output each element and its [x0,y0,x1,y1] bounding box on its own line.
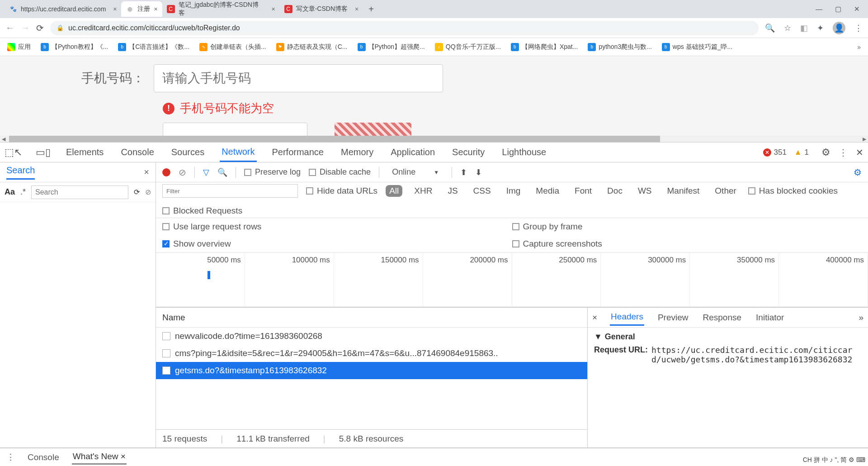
minimize-icon[interactable]: — [816,5,822,13]
inspect-icon[interactable]: ⬚↖ [5,147,22,158]
close-window-icon[interactable]: ✕ [854,5,860,13]
general-section[interactable]: ▼General [594,332,862,342]
drawer-tab-whatsnew[interactable]: What's New × [72,450,127,465]
tab-response[interactable]: Response [702,310,743,325]
filter-icon[interactable]: ▽ [203,167,209,177]
devtools-close-icon[interactable]: ✕ [856,147,863,158]
error-count-badge[interactable]: ✕351 ▲1 [759,147,813,158]
request-row[interactable]: newvalicode.do?time=1613983600268 [156,328,587,345]
close-icon[interactable]: × [113,5,117,13]
close-icon[interactable]: × [592,313,597,323]
bookmark-item[interactable]: bwps 基础技巧篇_哔... [662,43,732,51]
tab-application[interactable]: Application [389,143,437,161]
bookmark-item[interactable]: ⚑静态链表及实现（C... [276,43,348,51]
ime-status-bar[interactable]: CH 拼 中 ♪ ", 简 ⚙ ⌨ [803,456,865,464]
tab-initiator[interactable]: Initiator [755,310,785,325]
phone-input[interactable] [154,64,443,92]
download-icon[interactable]: ⬇ [475,167,482,177]
clear-icon[interactable]: ⊘ [179,167,186,178]
star-icon[interactable]: ☆ [784,23,791,33]
tab-network[interactable]: Network [220,143,256,162]
large-rows-checkbox[interactable]: Use large request rows [162,222,512,232]
scroll-right-icon[interactable]: ▶ [861,136,868,142]
overflow-icon[interactable]: » [859,313,863,323]
throttling-select[interactable]: Online▼ [387,167,443,177]
show-overview-checkbox[interactable]: Show overview [162,239,512,249]
bookmark-item[interactable]: b【Python教程】《... [41,43,108,51]
kebab-icon[interactable]: ⋮ [839,147,848,158]
blocked-requests-checkbox[interactable]: Blocked Requests [162,206,862,216]
filter-input[interactable] [162,184,298,198]
preserve-log-checkbox[interactable]: Preserve log [244,167,301,177]
filter-all[interactable]: All [386,185,402,197]
tab-headers[interactable]: Headers [610,309,644,326]
filter-xhr[interactable]: XHR [410,185,436,197]
forward-icon[interactable]: → [21,23,30,33]
close-icon[interactable]: × [144,167,149,177]
screenshots-checkbox[interactable]: Capture screenshots [512,239,862,249]
request-row[interactable]: cms?ping=1&idsite=5&rec=1&r=294005&h=16&… [156,345,587,362]
horizontal-scrollbar[interactable]: ◀ ▶ [0,136,868,142]
filter-media[interactable]: Media [532,185,563,197]
close-icon[interactable]: × [355,5,359,13]
scroll-left-icon[interactable]: ◀ [0,136,7,142]
profile-avatar[interactable]: 👤 [833,22,845,34]
back-icon[interactable]: ← [5,23,14,33]
gear-icon[interactable]: ⚙ [854,167,862,178]
tab-security[interactable]: Security [450,143,486,161]
filter-manifest[interactable]: Manifest [664,185,703,197]
bookmark-item[interactable]: ∿创建单链表（头插... [199,43,266,51]
search-icon[interactable]: 🔍 [217,167,227,177]
apps-button[interactable]: 应用 [7,43,31,51]
clear-icon[interactable]: ⊘ [145,188,151,196]
new-tab-button[interactable]: + [363,4,379,14]
search-input[interactable] [31,185,128,199]
regex-icon[interactable]: .* [20,187,26,197]
tab-console[interactable]: Console [119,143,156,161]
bookmark-item[interactable]: b【Python】超强爬... [358,43,425,51]
extension-icon[interactable]: ◧ [800,23,808,33]
filter-img[interactable]: Img [503,185,524,197]
filter-css[interactable]: CSS [470,185,495,197]
browser-tab[interactable]: C写文章-CSDN博客× [280,1,363,17]
bookmark-item[interactable]: b【网络爬虫】Xpat... [511,43,578,51]
browser-tab[interactable]: C笔记_jgdabc的博客-CSDN博客× [162,1,280,17]
overflow-icon[interactable]: » [857,43,861,51]
close-icon[interactable]: × [121,452,126,461]
network-overview[interactable]: 50000 ms 100000 ms 150000 ms 200000 ms 2… [156,253,868,307]
filter-other[interactable]: Other [711,185,740,197]
filter-js[interactable]: JS [444,185,461,197]
maximize-icon[interactable]: ▢ [835,5,841,13]
refresh-icon[interactable]: ⟳ [134,188,140,196]
blocked-cookies-checkbox[interactable]: Has blocked cookies [748,186,838,196]
bookmark-item[interactable]: ♪QQ音乐-千万正版... [435,43,501,51]
kebab-icon[interactable]: ⋮ [6,452,15,462]
group-frame-checkbox[interactable]: Group by frame [512,222,862,232]
match-case-icon[interactable]: Aa [5,187,15,197]
tab-preview[interactable]: Preview [657,310,689,325]
record-icon[interactable] [162,168,170,176]
extensions-icon[interactable]: ✦ [817,23,824,33]
filter-doc[interactable]: Doc [604,185,626,197]
browser-tab[interactable]: 🐾https://uc.creditcard.ecitic.com× [5,1,121,17]
tab-elements[interactable]: Elements [64,143,105,161]
zoom-icon[interactable]: 🔍 [765,23,775,33]
scroll-thumb[interactable] [9,136,660,142]
filter-ws[interactable]: WS [634,185,656,197]
upload-icon[interactable]: ⬆ [460,167,467,177]
reload-icon[interactable]: ⟳ [36,23,44,33]
close-icon[interactable]: × [154,5,157,13]
bookmark-item[interactable]: b【C语言描述】《数... [118,43,189,51]
close-icon[interactable]: × [271,5,275,13]
name-column-header[interactable]: Name [156,308,587,328]
disable-cache-checkbox[interactable]: Disable cache [309,167,371,177]
hide-data-urls-checkbox[interactable]: Hide data URLs [306,186,377,196]
menu-icon[interactable]: ⋮ [854,23,863,33]
filter-font[interactable]: Font [571,185,595,197]
browser-tab[interactable]: ◎注册× [121,1,162,17]
tab-performance[interactable]: Performance [270,143,326,161]
bookmark-item[interactable]: bpython3爬虫与数... [588,43,652,51]
gear-icon[interactable]: ⚙ [821,147,830,158]
omnibox[interactable]: 🔒 uc.creditcard.ecitic.com/citiccard/ucw… [50,21,759,35]
tab-lighthouse[interactable]: Lighthouse [500,143,548,161]
